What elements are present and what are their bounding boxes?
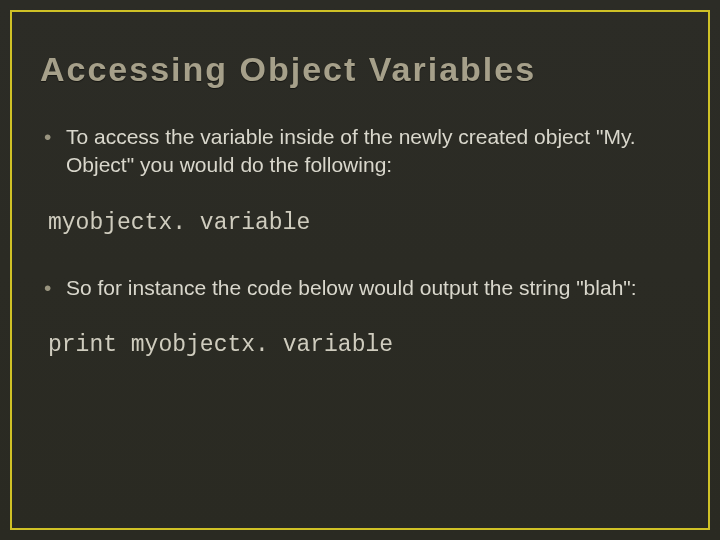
bullet-text: To access the variable inside of the new… bbox=[66, 125, 636, 176]
bullet-item: To access the variable inside of the new… bbox=[40, 123, 680, 180]
slide: Accessing Object Variables To access the… bbox=[0, 0, 720, 540]
code-block: print myobjectx. variable bbox=[48, 332, 680, 358]
slide-content: Accessing Object Variables To access the… bbox=[0, 0, 720, 540]
page-title: Accessing Object Variables bbox=[40, 50, 680, 89]
code-block: myobjectx. variable bbox=[48, 210, 680, 236]
bullet-list: To access the variable inside of the new… bbox=[40, 123, 680, 180]
bullet-list: So for instance the code below would out… bbox=[40, 274, 680, 302]
bullet-text: So for instance the code below would out… bbox=[66, 276, 637, 299]
bullet-item: So for instance the code below would out… bbox=[40, 274, 680, 302]
